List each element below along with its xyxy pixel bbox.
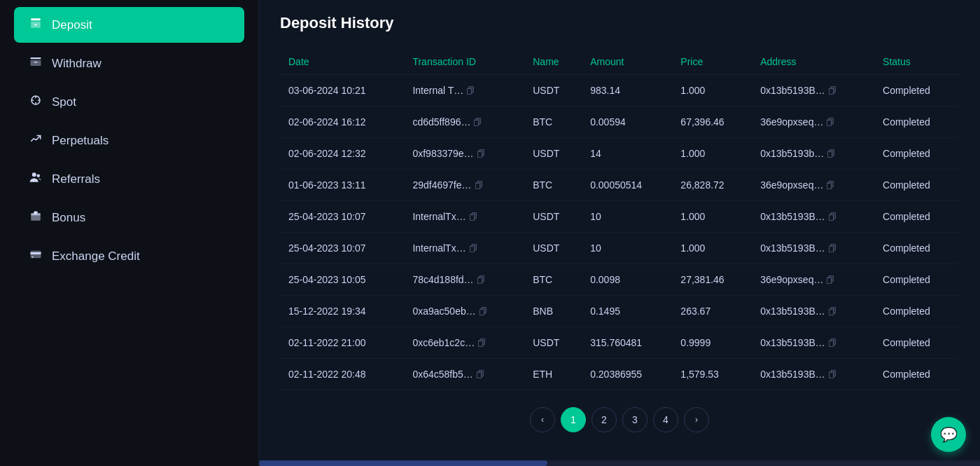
cell-date: 01-06-2023 13:11 (280, 170, 404, 201)
cell-amount: 0.00594 (582, 107, 672, 138)
pagination-page-4[interactable]: 4 (653, 407, 678, 432)
pagination-page-3[interactable]: 3 (622, 407, 648, 432)
copy-icon[interactable]: 🗍 (477, 275, 485, 285)
cell-name: BTC (524, 107, 582, 138)
svg-rect-7 (31, 215, 41, 221)
pagination-prev[interactable]: ‹ (530, 407, 555, 432)
table-row: 02-06-2024 12:320xf983379e…🗍USDT141.0000… (280, 138, 959, 170)
svg-rect-8 (31, 213, 41, 215)
copy-icon[interactable]: 🗍 (828, 370, 836, 380)
copy-icon[interactable]: 🗍 (828, 86, 836, 96)
sidebar-item-bonus[interactable]: Bonus (14, 200, 244, 235)
table-row: 02-06-2024 16:12cd6d5ff896…🗍BTC0.0059467… (280, 107, 959, 138)
pagination-page-1[interactable]: 1 (561, 407, 586, 432)
cell-address: 0x13b5193B…🗍 (752, 233, 874, 264)
sidebar-item-exchange-credit[interactable]: Exchange Credit (14, 238, 244, 274)
col-header-price: Price (672, 49, 752, 75)
copy-icon[interactable]: 🗍 (826, 275, 834, 285)
cell-amount: 10 (582, 233, 672, 264)
copy-icon[interactable]: 🗍 (826, 181, 834, 191)
pagination: ‹1234› (280, 407, 959, 432)
cell-address: 0x13b5193B…🗍 (752, 75, 874, 107)
cell-date: 25-04-2023 10:05 (280, 264, 404, 296)
cell-address: 0x13b5193B…🗍 (752, 359, 874, 390)
cell-txid: 78c4d188fd…🗍 (404, 264, 524, 296)
pagination-page-2[interactable]: 2 (592, 407, 617, 432)
copy-icon[interactable]: 🗍 (828, 212, 836, 222)
chat-icon: 💬 (940, 426, 958, 443)
copy-icon[interactable]: 🗍 (469, 212, 477, 222)
cell-address: 0x13b5193B…🗍 (752, 201, 874, 233)
cell-address: 36e9opxseq…🗍 (752, 107, 874, 138)
cell-address: 0x13b5193B…🗍 (752, 296, 874, 327)
sidebar-item-referrals[interactable]: Referrals (14, 161, 244, 197)
table-header-row: DateTransaction IDNameAmountPriceAddress… (280, 49, 959, 75)
pagination-next[interactable]: › (684, 407, 709, 432)
copy-icon[interactable]: 🗍 (479, 307, 487, 317)
col-header-name: Name (524, 49, 582, 75)
copy-icon[interactable]: 🗍 (477, 149, 485, 159)
cell-price: 27,381.46 (672, 264, 752, 296)
copy-icon[interactable]: 🗍 (477, 338, 486, 348)
cell-address: 0x13b5193B…🗍 (752, 327, 874, 359)
copy-icon[interactable]: 🗍 (476, 370, 484, 380)
cell-amount: 983.14 (582, 75, 672, 107)
cell-address: 36e9opxseq…🗍 (752, 264, 874, 296)
copy-icon[interactable]: 🗍 (466, 86, 475, 96)
copy-icon[interactable]: 🗍 (473, 118, 482, 128)
scroll-thumb[interactable] (259, 460, 547, 466)
cell-price: 1.000 (672, 201, 752, 233)
main-content: Deposit History DateTransaction IDNameAm… (259, 0, 980, 466)
cell-status: Completed (874, 107, 959, 138)
sidebar-item-withdraw[interactable]: Withdraw (14, 46, 244, 81)
col-header-date: Date (280, 49, 404, 75)
cell-amount: 14 (582, 138, 672, 170)
bonus-icon (28, 210, 43, 226)
sidebar-item-label-exchange-credit: Exchange Credit (52, 249, 140, 263)
scroll-bar[interactable] (259, 460, 980, 466)
copy-icon[interactable]: 🗍 (828, 244, 836, 254)
svg-point-5 (32, 172, 36, 177)
sidebar-item-deposit[interactable]: Deposit (14, 7, 244, 43)
cell-name: USDT (524, 75, 582, 107)
referrals-icon (28, 171, 43, 187)
cell-txid: 29df4697fe…🗍 (404, 170, 524, 201)
copy-icon[interactable]: 🗍 (828, 307, 836, 317)
col-header-amount: Amount (582, 49, 672, 75)
cell-name: BTC (524, 264, 582, 296)
sidebar-item-label-bonus: Bonus (52, 211, 85, 225)
cell-price: 0.9999 (672, 327, 752, 359)
sidebar-item-perpetuals[interactable]: Perpetuals (14, 123, 244, 158)
cell-name: USDT (524, 233, 582, 264)
svg-point-6 (37, 174, 41, 178)
copy-icon[interactable]: 🗍 (828, 338, 836, 348)
col-header-address: Address (752, 49, 874, 75)
cell-name: BTC (524, 170, 582, 201)
sidebar: DepositWithdrawSpotPerpetualsReferralsBo… (0, 0, 259, 466)
copy-icon[interactable]: 🗍 (469, 244, 477, 254)
cell-amount: 0.1495 (582, 296, 672, 327)
cell-txid: 0xf983379e…🗍 (404, 138, 524, 170)
deposit-table: DateTransaction IDNameAmountPriceAddress… (280, 49, 959, 390)
copy-icon[interactable]: 🗍 (826, 118, 834, 128)
copy-icon[interactable]: 🗍 (827, 149, 835, 159)
cell-status: Completed (874, 170, 959, 201)
cell-amount: 0.20386955 (582, 359, 672, 390)
cell-date: 02-11-2022 21:00 (280, 327, 404, 359)
cell-price: 1,579.53 (672, 359, 752, 390)
copy-icon[interactable]: 🗍 (475, 181, 483, 191)
cell-name: BNB (524, 296, 582, 327)
cell-name: USDT (524, 138, 582, 170)
cell-status: Completed (874, 296, 959, 327)
cell-txid: 0xa9ac50eb…🗍 (404, 296, 524, 327)
cell-price: 1.000 (672, 138, 752, 170)
chat-button[interactable]: 💬 (931, 417, 966, 452)
cell-price: 263.67 (672, 296, 752, 327)
sidebar-item-label-spot: Spot (52, 95, 76, 109)
sidebar-item-spot[interactable]: Spot (14, 84, 244, 120)
cell-date: 02-06-2024 12:32 (280, 138, 404, 170)
cell-date: 03-06-2024 10:21 (280, 75, 404, 107)
cell-txid: cd6d5ff896…🗍 (404, 107, 524, 138)
sidebar-item-label-deposit: Deposit (52, 18, 92, 32)
cell-date: 25-04-2023 10:07 (280, 233, 404, 264)
